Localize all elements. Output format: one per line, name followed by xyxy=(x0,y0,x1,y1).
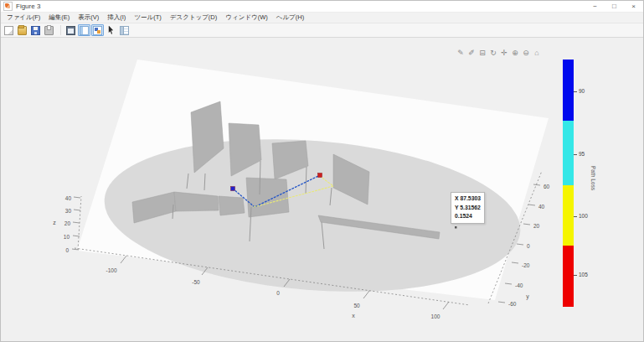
home-icon[interactable]: ⌂ xyxy=(532,48,542,59)
rotate-icon[interactable]: ↻ xyxy=(488,48,498,59)
figure-window: -100-50050100x6040200-20-40-60y403020100… xyxy=(0,0,644,342)
colorbar-band-3 xyxy=(563,246,574,307)
window-title: Figure 3 xyxy=(16,3,40,10)
export-icon[interactable]: ✎ xyxy=(456,48,466,59)
new-file-icon xyxy=(4,26,13,35)
y-axis-tick-label: -40 xyxy=(515,282,523,288)
x-axis-tick xyxy=(363,291,369,298)
dock-figure-icon xyxy=(66,26,75,35)
x-axis-label: x xyxy=(352,313,355,319)
colorbar-tick-label: 105 xyxy=(579,272,588,277)
menu-view[interactable]: 表示(V) xyxy=(74,13,103,23)
y-axis-tick xyxy=(498,302,505,303)
save-button[interactable] xyxy=(29,24,42,36)
figure-palette-button[interactable] xyxy=(78,24,90,36)
datatip[interactable]: X 87.5303Y 5.315620.1524 xyxy=(451,192,485,224)
y-axis-tick xyxy=(512,262,518,263)
z-axis-tick-label: 40 xyxy=(65,195,72,201)
plot-browser-button[interactable] xyxy=(91,24,104,36)
save-icon xyxy=(31,26,40,35)
plot-3d-scene: -100-50050100x6040200-20-40-60y403020100… xyxy=(1,1,644,342)
colorbar-tick xyxy=(574,91,577,92)
z-axis-tick xyxy=(73,236,80,236)
datatip-icon[interactable]: ⊟ xyxy=(477,48,487,59)
property-editor-button[interactable] xyxy=(118,24,131,36)
z-axis-tick-label: 30 xyxy=(65,208,72,214)
toolbar xyxy=(1,23,643,38)
rx-marker[interactable] xyxy=(231,187,235,191)
x-axis-tick-label: -100 xyxy=(106,267,116,273)
x-axis-tick xyxy=(443,302,449,309)
close-button[interactable]: × xyxy=(624,1,643,12)
selection-arrow-button[interactable] xyxy=(105,24,117,36)
zoom-out-icon[interactable]: ⊖ xyxy=(521,48,531,59)
z-axis-tick-label: 10 xyxy=(64,234,70,240)
y-axis-tick xyxy=(533,184,540,185)
menu-bar: ファイル(F)編集(E)表示(V)挿入(I)ツール(T)デスクトップ(D)ウィン… xyxy=(1,13,643,23)
colorbar-tick xyxy=(574,154,577,155)
zoom-in-icon[interactable]: ⊕ xyxy=(510,48,520,59)
plot-browser-icon xyxy=(93,26,102,35)
minimize-button[interactable]: − xyxy=(585,1,605,12)
colorbar-tick xyxy=(574,216,577,217)
colorbar-band-2 xyxy=(563,185,574,246)
datatip-line: X 87.5303 xyxy=(455,194,481,204)
matlab-figure-icon xyxy=(3,2,13,11)
x-axis-tick-label: 0 xyxy=(276,290,280,296)
y-axis-tick xyxy=(523,224,530,225)
datatip-anchor xyxy=(455,226,457,229)
x-axis-tick-label: -50 xyxy=(192,279,200,285)
menu-desktop[interactable]: デスクトップ(D) xyxy=(166,13,221,23)
x-axis-tick-label: 100 xyxy=(431,314,440,319)
y-axis-tick xyxy=(517,244,523,245)
figure-palette-icon xyxy=(80,26,89,35)
z-axis-label: z xyxy=(53,220,56,225)
z-axis-tick-label: 0 xyxy=(65,247,69,253)
open-file-button[interactable] xyxy=(16,24,28,36)
menu-help[interactable]: ヘルプ(H) xyxy=(272,13,308,23)
window-controls: −□× xyxy=(585,1,643,12)
y-axis-tick-label: 40 xyxy=(538,204,545,210)
datatip-line: 0.1524 xyxy=(455,212,481,221)
pan-icon[interactable]: ✛ xyxy=(499,48,509,59)
selection-arrow-icon xyxy=(106,26,116,35)
tx-marker[interactable] xyxy=(318,174,322,178)
menu-file[interactable]: ファイル(F) xyxy=(3,13,44,23)
z-axis-tick-label: 20 xyxy=(64,220,71,226)
open-file-icon xyxy=(18,26,27,35)
z-axis-tick xyxy=(74,210,80,210)
colorbar-tick xyxy=(574,275,577,276)
menu-tools[interactable]: ツール(T) xyxy=(130,13,165,23)
y-axis-tick-label: 60 xyxy=(544,184,550,189)
menu-insert[interactable]: 挿入(I) xyxy=(103,13,130,23)
building-wall xyxy=(246,178,289,217)
new-file-button[interactable] xyxy=(3,24,15,36)
colorbar-band-1 xyxy=(563,121,574,185)
property-editor-icon xyxy=(120,26,129,35)
building-wall xyxy=(219,196,245,215)
colorbar-band-0 xyxy=(563,60,574,121)
axes-toolbar: ✎✐⊟↻✛⊕⊖⌂ xyxy=(456,48,542,59)
y-axis-tick-label: 0 xyxy=(527,243,530,249)
toolbar-separator xyxy=(56,25,61,35)
y-axis-tick-label: -60 xyxy=(508,301,517,307)
title-bar: Figure 3 −□× xyxy=(1,1,643,13)
z-axis-tick xyxy=(73,222,80,223)
brush-icon[interactable]: ✐ xyxy=(466,48,477,59)
dock-figure-button[interactable] xyxy=(64,24,77,36)
maximize-button[interactable]: □ xyxy=(605,1,624,12)
x-axis-tick-label: 50 xyxy=(353,303,360,308)
menu-edit[interactable]: 編集(E) xyxy=(44,13,74,23)
print-icon xyxy=(44,26,54,35)
datatip-line: Y 5.31562 xyxy=(455,204,481,213)
colorbar-tick-label: 95 xyxy=(579,151,585,157)
colorbar-axis-label: Path Loss xyxy=(590,166,596,190)
y-axis-tick-label: 20 xyxy=(533,223,540,229)
menu-window[interactable]: ウィンドウ(W) xyxy=(221,13,271,23)
x-axis-tick xyxy=(121,256,126,263)
y-axis-tick xyxy=(528,205,535,205)
y-axis-tick xyxy=(505,283,512,284)
y-axis-label: y xyxy=(526,293,529,300)
print-button[interactable] xyxy=(43,24,55,36)
colorbar-tick-label: 90 xyxy=(579,88,585,94)
